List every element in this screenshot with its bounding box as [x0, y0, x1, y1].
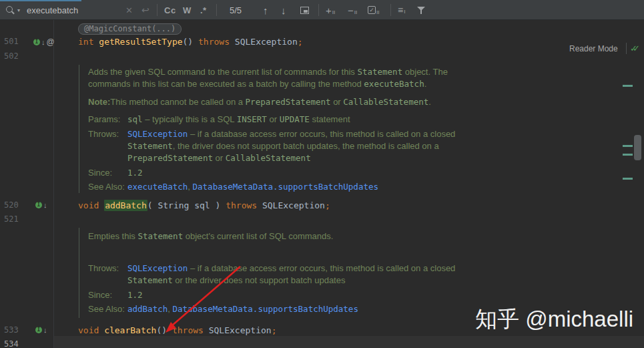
doc-section-label: Since: — [88, 167, 127, 179]
gutter-border — [53, 20, 54, 348]
code-line-501: int getResultSetType() throws SQLExcepti… — [78, 36, 303, 48]
line-number: 501 — [4, 37, 21, 46]
doc-seealso-row: See Also: addBatch, DatabaseMetaData.sup… — [88, 303, 470, 315]
code-line-520: void addBatch( String sql ) throws SQLEx… — [78, 200, 330, 212]
implemented-marker-icon[interactable]: I ↓ — [35, 201, 47, 209]
inspections-ok-icon[interactable]: ✓✓ — [630, 43, 644, 53]
doc-link[interactable]: SQLException — [127, 129, 188, 139]
doc-params-row: Params: sql – typically this is a SQL IN… — [88, 114, 470, 126]
filter-icon[interactable] — [416, 0, 426, 20]
doc-link[interactable]: addBatch — [127, 304, 168, 314]
clear-search-icon[interactable]: ✕ — [125, 0, 133, 20]
line-number: 533 — [4, 325, 21, 335]
line-number: 521 — [4, 214, 21, 224]
implemented-marker-icon[interactable]: I ↓ — [35, 326, 47, 334]
search-stripe-mark[interactable] — [623, 145, 633, 147]
doc-section-label: See Also: — [88, 303, 127, 315]
next-occurrence-button[interactable]: ↓ — [281, 0, 286, 20]
regex-toggle[interactable]: .* — [200, 0, 207, 20]
search-match-highlight: addBatch — [104, 200, 147, 211]
find-toolbar: ▾ executebatch ✕ ↩ Cc W .* 5/5 ↑ ↓ +II −… — [0, 0, 644, 20]
words-toggle[interactable]: W — [183, 0, 192, 20]
rendered-javadoc-clearbatch: Empties this Statement object's current … — [79, 228, 472, 318]
doc-throws-row: Throws: SQLException – if a database acc… — [88, 263, 470, 287]
doc-seealso-row: See Also: executeBatch, DatabaseMetaData… — [88, 181, 470, 193]
search-stripe-mark[interactable] — [623, 178, 633, 180]
doc-throws-row: Throws: SQLException – if a database acc… — [88, 128, 470, 164]
doc-section-label: See Also: — [88, 181, 127, 193]
line-number: 502 — [4, 51, 21, 61]
doc-since-row: Since: 1.2 — [88, 289, 470, 301]
toolbar-separator — [318, 4, 319, 16]
code-line-533: void clearBatch() throws SQLException; — [78, 325, 276, 337]
doc-link[interactable]: DatabaseMetaData.supportsBatchUpdates — [172, 304, 358, 314]
method-name: clearBatch — [104, 325, 156, 335]
search-stripe-mark[interactable] — [623, 154, 633, 156]
toolbar-separator — [216, 4, 217, 16]
doc-link[interactable]: DatabaseMetaData.supportsBatchUpdates — [193, 182, 378, 192]
search-icon[interactable]: ▾ — [5, 0, 20, 20]
line-number: 534 — [4, 339, 21, 348]
rendered-javadoc-addbatch: Adds the given SQL command to the curren… — [79, 65, 472, 193]
scrollbar-thumb[interactable] — [634, 135, 641, 160]
ide-window: ▾ executebatch ✕ ↩ Cc W .* 5/5 ↑ ↓ +II −… — [0, 0, 644, 348]
implemented-marker-icon[interactable]: I ↓ @ — [33, 37, 55, 47]
doc-section-label: Throws: — [88, 128, 127, 164]
annotation-indicator-icon: @ — [47, 37, 55, 47]
search-caret-icon: ▾ — [17, 7, 20, 13]
doc-section-label: Since: — [88, 289, 127, 301]
toolbar-separator — [157, 4, 157, 16]
find-in-selection-icon[interactable] — [300, 0, 309, 20]
doc-section-label: Params: — [88, 114, 127, 126]
override-down-arrow-icon: ↓ — [41, 38, 45, 46]
watermark: 知乎 @michaelli — [475, 305, 633, 335]
folded-annotation[interactable]: @MagicConstant(...) — [78, 23, 182, 35]
doc-link[interactable]: SQLException — [127, 263, 188, 273]
reader-mode-button[interactable]: Reader Mode — [569, 44, 618, 53]
remove-occurrence-button[interactable]: −II — [348, 0, 357, 20]
override-down-arrow-icon: ↓ — [43, 326, 47, 334]
method-name: getResultSetType — [99, 37, 182, 47]
previous-occurrence-button[interactable]: ↑ — [263, 0, 268, 20]
doc-section-label: Throws: — [88, 263, 127, 287]
widget-separator — [626, 43, 627, 54]
editor-pane: 501 502 520 521 533 534 I ↓ @ I ↓ I ↓ @M… — [0, 20, 644, 348]
select-all-occurrences-button[interactable]: ✓II — [368, 0, 379, 20]
doc-since-row: Since: 1.2 — [88, 167, 470, 179]
match-case-toggle[interactable]: Cc — [164, 0, 176, 20]
line-number: 520 — [4, 200, 21, 210]
doc-note: Note:This method cannot be called on a P… — [88, 96, 470, 108]
search-input[interactable]: executebatch — [27, 0, 78, 20]
newline-icon[interactable]: ↩ — [141, 0, 149, 20]
search-options-icon[interactable]: ≡I — [398, 0, 405, 20]
search-stripe-mark[interactable] — [623, 85, 633, 87]
doc-link[interactable]: executeBatch — [127, 182, 188, 192]
doc-paragraph: Empties this Statement object's current … — [88, 230, 470, 242]
current-line-highlight — [54, 336, 644, 348]
override-down-arrow-icon: ↓ — [43, 201, 47, 209]
match-count: 5/5 — [230, 0, 242, 20]
add-occurrence-button[interactable]: +II — [326, 0, 335, 20]
doc-paragraph: Adds the given SQL command to the curren… — [88, 66, 470, 90]
toolbar-separator — [390, 4, 391, 16]
